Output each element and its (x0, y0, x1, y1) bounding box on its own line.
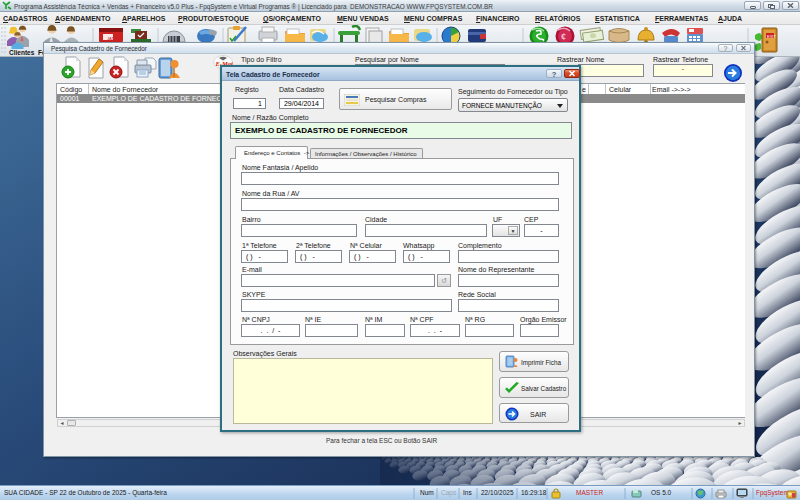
svg-text:¢: ¢ (561, 31, 566, 42)
svg-text:JAN: JAN (107, 36, 115, 41)
svg-text:EXIT: EXIT (767, 34, 776, 39)
